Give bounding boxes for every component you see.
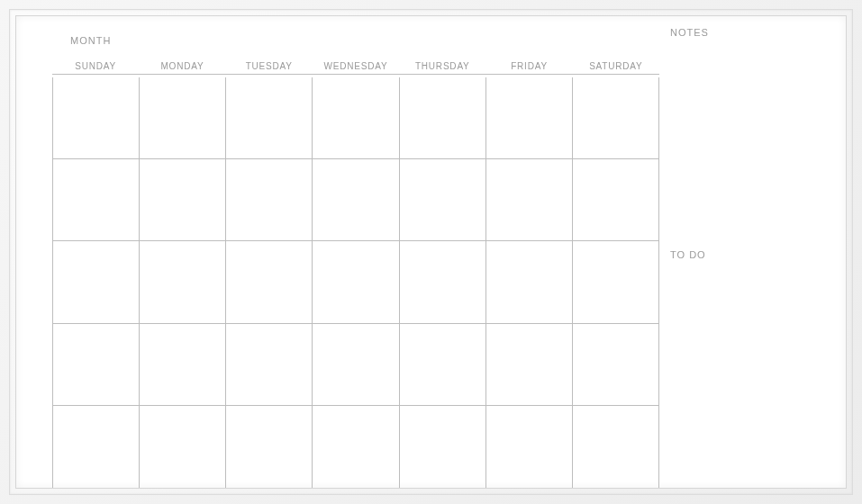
sidebar-area: NOTES TO DO xyxy=(659,16,846,488)
calendar-cell[interactable] xyxy=(140,159,226,241)
calendar-cell[interactable] xyxy=(400,241,486,323)
day-header-monday: MONDAY xyxy=(139,61,225,75)
calendar-cell[interactable] xyxy=(573,159,659,241)
calendar-cell[interactable] xyxy=(573,241,659,323)
calendar-cell[interactable] xyxy=(400,324,486,406)
day-header-thursday: THURSDAY xyxy=(399,61,485,75)
calendar-cell[interactable] xyxy=(226,406,313,488)
calendar-cell[interactable] xyxy=(226,324,313,406)
whiteboard-surface[interactable]: MONTH SUNDAY MONDAY TUESDAY WEDNESDAY TH… xyxy=(15,15,847,489)
calendar-cell[interactable] xyxy=(140,324,226,406)
day-header-tuesday: TUESDAY xyxy=(226,61,313,75)
calendar-cell[interactable] xyxy=(313,77,399,159)
month-label: MONTH xyxy=(16,23,659,58)
calendar-cell[interactable] xyxy=(140,241,226,323)
notes-label: NOTES xyxy=(670,27,846,38)
calendar-cell[interactable] xyxy=(313,406,399,488)
todo-section[interactable]: TO DO xyxy=(670,244,846,488)
day-header-wednesday: WEDNESDAY xyxy=(313,61,399,75)
calendar-cell[interactable] xyxy=(313,159,399,241)
day-header-sunday: SUNDAY xyxy=(52,61,139,75)
calendar-cell[interactable] xyxy=(486,77,573,159)
calendar-cell[interactable] xyxy=(52,159,140,241)
calendar-cell[interactable] xyxy=(486,406,573,488)
calendar-cell[interactable] xyxy=(226,159,313,241)
calendar-cell[interactable] xyxy=(573,324,659,406)
week-row xyxy=(52,159,659,241)
calendar-cell[interactable] xyxy=(226,77,313,159)
todo-label: TO DO xyxy=(670,249,846,260)
day-header-row: SUNDAY MONDAY TUESDAY WEDNESDAY THURSDAY… xyxy=(52,58,659,77)
week-row xyxy=(52,324,659,406)
day-header-friday: FRIDAY xyxy=(485,61,572,75)
notes-section[interactable]: NOTES xyxy=(670,27,846,244)
calendar-cell[interactable] xyxy=(52,324,140,406)
calendar-cell[interactable] xyxy=(140,77,226,159)
whiteboard-frame-bevel: MONTH SUNDAY MONDAY TUESDAY WEDNESDAY TH… xyxy=(9,9,853,495)
calendar-cell[interactable] xyxy=(486,324,573,406)
calendar-cell[interactable] xyxy=(313,241,399,323)
calendar-cell[interactable] xyxy=(486,159,573,241)
calendar-cell[interactable] xyxy=(52,406,140,488)
calendar-grid: SUNDAY MONDAY TUESDAY WEDNESDAY THURSDAY… xyxy=(16,58,659,488)
calendar-cell[interactable] xyxy=(52,241,140,323)
calendar-cell[interactable] xyxy=(140,406,226,488)
whiteboard-frame-outer: MONTH SUNDAY MONDAY TUESDAY WEDNESDAY TH… xyxy=(0,0,862,504)
calendar-cell[interactable] xyxy=(226,241,313,323)
week-row xyxy=(52,241,659,323)
calendar-cell[interactable] xyxy=(400,159,486,241)
calendar-cell[interactable] xyxy=(486,241,573,323)
calendar-cell[interactable] xyxy=(400,77,486,159)
calendar-cell[interactable] xyxy=(52,77,140,159)
week-row xyxy=(52,77,659,159)
day-header-saturday: SATURDAY xyxy=(573,61,659,75)
calendar-cell[interactable] xyxy=(573,406,659,488)
calendar-cell[interactable] xyxy=(313,324,399,406)
calendar-area: MONTH SUNDAY MONDAY TUESDAY WEDNESDAY TH… xyxy=(16,16,659,488)
calendar-cell[interactable] xyxy=(573,77,659,159)
week-row xyxy=(52,406,659,488)
calendar-cell[interactable] xyxy=(400,406,486,488)
calendar-weeks xyxy=(52,77,659,488)
